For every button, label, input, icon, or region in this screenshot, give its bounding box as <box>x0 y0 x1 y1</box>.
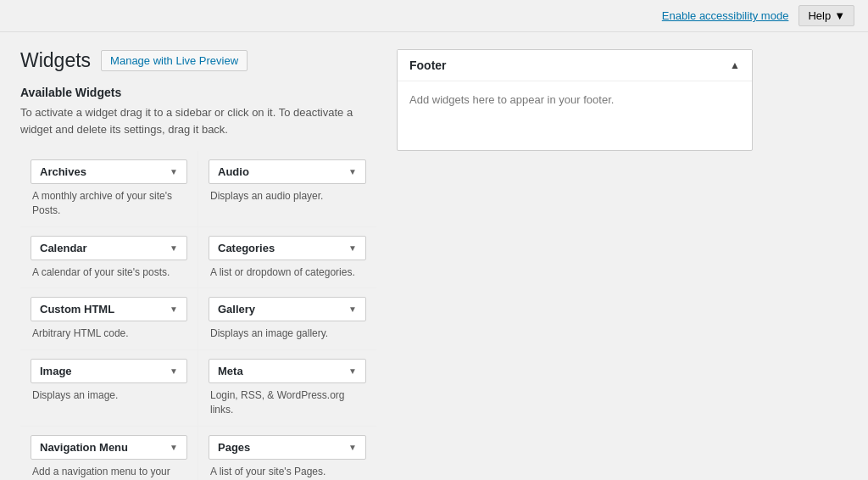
widget-name: Categories <box>218 242 275 254</box>
widget-header[interactable]: Archives▼ <box>31 159 187 184</box>
right-panel: Footer ▲ Add widgets here to appear in y… <box>397 49 848 480</box>
footer-box: Footer ▲ Add widgets here to appear in y… <box>397 49 753 151</box>
widget-desc: Displays an audio player. <box>209 189 366 204</box>
widget-desc: Displays an image. <box>31 388 187 403</box>
enable-accessibility-link[interactable]: Enable accessibility mode <box>662 9 789 22</box>
widget-header[interactable]: Navigation Menu▼ <box>31 435 187 460</box>
widget-desc: Add a navigation menu to your sidebar. <box>31 465 187 480</box>
help-label: Help <box>808 9 831 22</box>
manage-preview-button[interactable]: Manage with Live Preview <box>101 50 248 71</box>
available-widgets-desc: To activate a widget drag it to a sideba… <box>20 104 376 137</box>
top-bar: Enable accessibility mode Help ▼ <box>0 0 868 32</box>
footer-title: Footer <box>409 59 447 72</box>
widget-name: Gallery <box>218 303 255 315</box>
widget-desc: Displays an image gallery. <box>209 327 366 341</box>
widget-desc: Login, RSS, & WordPress.org links. <box>209 388 366 417</box>
chevron-down-icon: ▼ <box>170 243 178 253</box>
main-content: Widgets Manage with Live Preview Availab… <box>0 32 868 480</box>
widget-item: Image▼Displays an image. <box>20 350 198 427</box>
widget-item: Categories▼A list or dropdown of categor… <box>198 227 376 289</box>
widget-desc: A list or dropdown of categories. <box>209 265 366 280</box>
chevron-down-icon: ▼ <box>170 443 178 452</box>
widget-item: Pages▼A list of your site's Pages. <box>198 427 376 480</box>
footer-header: Footer ▲ <box>398 50 752 81</box>
widget-desc: A monthly archive of your site's Posts. <box>31 189 187 218</box>
widget-item: Calendar▼A calendar of your site's posts… <box>20 227 198 289</box>
help-chevron-icon: ▼ <box>834 9 845 22</box>
footer-body: Add widgets here to appear in your foote… <box>398 81 752 118</box>
widget-name: Image <box>40 365 72 377</box>
widget-name: Navigation Menu <box>40 441 128 454</box>
chevron-down-icon: ▼ <box>348 443 357 452</box>
widget-item: Navigation Menu▼Add a navigation menu to… <box>20 427 198 480</box>
chevron-down-icon: ▼ <box>348 304 357 314</box>
top-bar-right: Enable accessibility mode Help ▼ <box>662 5 854 26</box>
widget-item: Audio▼Displays an audio player. <box>198 151 376 227</box>
widget-header[interactable]: Meta▼ <box>209 359 366 383</box>
left-panel: Widgets Manage with Live Preview Availab… <box>20 49 376 480</box>
chevron-down-icon: ▼ <box>170 366 178 376</box>
widget-header[interactable]: Calendar▼ <box>31 236 187 260</box>
page-title: Widgets <box>20 49 91 72</box>
widget-desc: Arbitrary HTML code. <box>31 327 187 341</box>
widget-item: Archives▼A monthly archive of your site'… <box>20 151 198 227</box>
widget-item: Custom HTML▼Arbitrary HTML code. <box>20 288 198 350</box>
chevron-down-icon: ▼ <box>170 167 178 176</box>
widget-header[interactable]: Categories▼ <box>209 236 366 260</box>
widget-desc: A calendar of your site's posts. <box>31 265 187 280</box>
available-widgets-title: Available Widgets <box>20 86 376 99</box>
widget-header[interactable]: Audio▼ <box>209 159 366 184</box>
widget-desc: A list of your site's Pages. <box>209 465 366 479</box>
widget-header[interactable]: Pages▼ <box>209 435 366 460</box>
page-title-row: Widgets Manage with Live Preview <box>20 49 376 72</box>
widget-header[interactable]: Image▼ <box>31 359 187 383</box>
chevron-down-icon: ▼ <box>348 243 357 253</box>
widget-name: Meta <box>218 365 243 377</box>
widget-name: Audio <box>218 165 249 178</box>
chevron-down-icon: ▼ <box>170 304 178 314</box>
widget-header[interactable]: Gallery▼ <box>209 297 366 321</box>
widget-header[interactable]: Custom HTML▼ <box>31 297 187 321</box>
widget-name: Custom HTML <box>40 303 114 315</box>
chevron-down-icon: ▼ <box>348 167 357 176</box>
widget-item: Gallery▼Displays an image gallery. <box>198 288 376 350</box>
widget-name: Archives <box>40 165 86 178</box>
widget-name: Calendar <box>40 242 87 254</box>
chevron-down-icon: ▼ <box>348 366 357 376</box>
widget-item: Meta▼Login, RSS, & WordPress.org links. <box>198 350 376 427</box>
widget-name: Pages <box>218 441 250 454</box>
footer-collapse-icon[interactable]: ▲ <box>730 59 740 71</box>
help-button[interactable]: Help ▼ <box>798 5 854 26</box>
widget-grid: Archives▼A monthly archive of your site'… <box>20 151 376 480</box>
